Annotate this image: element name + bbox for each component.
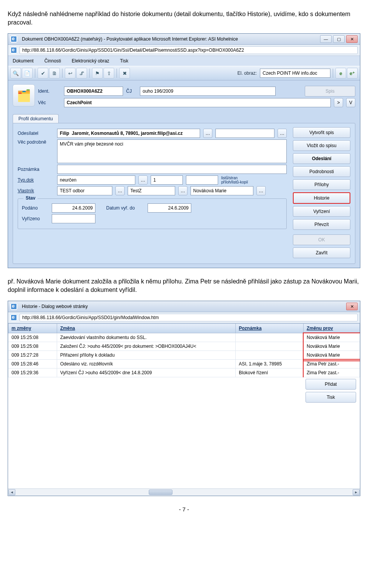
typdok-lookup-button[interactable]: … [138, 175, 148, 185]
history-title: Historie - Dialog webové stránky [20, 304, 346, 309]
odesilatel-lookup-button[interactable]: … [203, 129, 212, 138]
vložit-do-spisu-button[interactable]: Vložit do spisu [293, 140, 350, 151]
toolbar-e-icon[interactable]: e [335, 68, 346, 79]
vec-prev-button[interactable]: > [334, 98, 343, 107]
table-row[interactable]: 009 15:25:08Založení ČJ: >ouho 445/2009<… [8, 342, 360, 351]
převzít-button[interactable]: Převzít [293, 219, 350, 230]
col-time[interactable]: m změny [8, 324, 57, 333]
vlastnik2-input[interactable] [128, 186, 175, 195]
odesilatel-extra-lookup-button[interactable]: … [278, 129, 287, 138]
menu-cinnosti[interactable]: Činnosti [44, 58, 61, 64]
vecpod-label: Věc podrobně [18, 139, 54, 145]
stav-group: Stav Podáno Datum vyř. do Vyřízeno [18, 198, 287, 229]
scroll-right-icon[interactable]: ► [353, 489, 360, 495]
maximize-button[interactable]: ▢ [333, 35, 345, 43]
poznamka-input[interactable] [57, 165, 287, 174]
table-row[interactable]: 009 15:27:28Přiřazení přílohy k dokladuN… [8, 351, 360, 360]
vlastnik1-input[interactable] [57, 186, 112, 195]
toolbar-search-icon[interactable]: 🔍 [10, 68, 21, 79]
table-cell: Nováková Marie [304, 351, 360, 360]
right-button-column: Vytvořit spisVložit do spisuOdesláníPodr… [293, 127, 350, 258]
close-button[interactable]: ✕ [346, 303, 358, 310]
vecpod-textarea[interactable]: MVČR vám přeje bezesné noci [57, 139, 287, 163]
count2-input[interactable] [186, 175, 218, 185]
table-cell: Založení ČJ: >ouho 445/2009< pro dokumen… [57, 342, 236, 351]
vec-v-button[interactable]: V [346, 98, 355, 107]
vytvořit-spis-button[interactable]: Vytvořit spis [293, 127, 350, 138]
stav-legend: Stav [23, 195, 38, 201]
pridat-button[interactable]: Přidat [306, 379, 356, 390]
tisk-button[interactable]: Tisk [306, 392, 356, 403]
vlastnik1-lookup-button[interactable]: … [115, 186, 125, 195]
spis-button[interactable]: Spis [305, 86, 355, 97]
table-cell: Vyřízení ČJ >ouho 445/2009< dne 14.8.200… [57, 369, 236, 377]
url-field[interactable]: http://88.86.118.66/Gordic/Ginis/App/SSD… [20, 314, 358, 321]
toolbar-clip-icon[interactable]: 🖇 [76, 68, 87, 79]
table-row[interactable]: 009 15:29:36Vyřízení ČJ >ouho 445/2009< … [8, 369, 360, 377]
odesilatel-extra-input[interactable] [215, 129, 274, 138]
ident-label: Ident. [38, 88, 61, 94]
close-button[interactable]: ✕ [346, 35, 358, 43]
count-label1: listů/stran [221, 176, 248, 180]
toolbar-check-icon[interactable]: ✔ [38, 68, 48, 79]
table-cell: ASI, 1.máje 3, 78985 [236, 360, 304, 369]
toolbar-export-icon[interactable]: ⇪ [104, 68, 114, 79]
toolbar-new-icon[interactable]: 🗎 [49, 68, 60, 79]
přílohy-button[interactable]: Přílohy [293, 179, 350, 190]
vyrizeno-input[interactable] [52, 214, 95, 223]
cj-label: ČJ [126, 88, 137, 94]
cj-input[interactable] [140, 87, 276, 96]
zavrit-button[interactable]: Zavřít [293, 247, 350, 258]
col-note[interactable]: Poznámka [236, 324, 304, 333]
el-obraz-input[interactable] [260, 69, 330, 78]
url-field[interactable]: http://88.86.118.66/Gordic/Ginis/App/SSD… [20, 46, 358, 54]
intro-paragraph: Když následně nahlédneme například do hi… [8, 10, 360, 26]
toolbar: 🔍 📄 ✔ 🗎 ↩ 🖇 ⚑ ⇪ ✖ El. obraz: e e⁺ [8, 66, 360, 80]
window-title: Dokument OBHOX000A6Z2 (mateřský) - Posky… [20, 36, 320, 42]
toolbar-delete-icon[interactable]: ✖ [119, 68, 130, 79]
table-cell: Blokové řízení [236, 369, 304, 377]
podano-input[interactable] [52, 203, 95, 213]
podrobnosti-button[interactable]: Podrobnosti [293, 166, 350, 177]
historie-button[interactable]: Historie [293, 192, 350, 204]
menu-el-obraz[interactable]: Elektronický obraz [72, 58, 109, 64]
table-cell: 009 15:27:28 [8, 351, 57, 360]
titlebar: Historie - Dialog webové stránky ✕ [8, 301, 360, 312]
document-icon: 🗂️ [13, 84, 35, 106]
col-change[interactable]: Změna [57, 324, 236, 333]
table-row[interactable]: 009 15:28:46Odesláno viz. rozdělovníkASI… [8, 360, 360, 369]
col-user[interactable]: Změnu prov [304, 324, 360, 333]
datumvyr-label: Datum vyř. do [106, 205, 145, 211]
menu-tisk[interactable]: Tisk [120, 58, 128, 64]
address-bar: http://88.86.118.66/Gordic/Ginis/App/SSD… [8, 45, 360, 56]
poznamka-label: Poznámka [18, 167, 54, 172]
table-row[interactable]: 009 15:25:08Zaevidování vlastního dokume… [8, 333, 360, 342]
vlastnik3-input[interactable] [191, 186, 253, 195]
count-label2: příloh/listů-kopií [221, 180, 248, 184]
scroll-left-icon[interactable]: ◄ [8, 489, 15, 495]
vlastnik2-lookup-button[interactable]: … [178, 186, 187, 195]
vyřízení-button[interactable]: Vyřízení [293, 206, 350, 217]
menu-dokument[interactable]: Dokument [13, 58, 34, 64]
minimize-button[interactable]: — [320, 35, 332, 43]
count-input[interactable] [151, 175, 183, 185]
table-cell: Nováková Marie [304, 333, 360, 342]
vlastnik3-lookup-button[interactable]: … [256, 186, 266, 195]
toolbar-e-plus-icon[interactable]: e⁺ [347, 68, 358, 79]
vec-input[interactable] [64, 98, 331, 107]
toolbar-return-icon[interactable]: ↩ [65, 68, 76, 79]
el-obraz-label: El. obraz: [237, 70, 257, 76]
profile-tab[interactable]: Profil dokumentu [13, 114, 59, 123]
odeslání-button[interactable]: Odeslání [293, 153, 350, 164]
odesilatel-input[interactable] [57, 129, 200, 138]
typdok-input[interactable] [57, 175, 135, 185]
table-cell: Odesláno viz. rozdělovník [57, 360, 236, 369]
toolbar-flag-icon[interactable]: ⚑ [92, 68, 103, 79]
horizontal-scrollbar[interactable]: ◄ ► [8, 488, 360, 496]
scroll-thumb[interactable] [149, 490, 172, 495]
ok-button[interactable]: OK [293, 234, 350, 245]
datumvyr-input[interactable] [148, 203, 191, 213]
toolbar-doc-icon[interactable]: 📄 [22, 68, 33, 79]
ident-input[interactable] [64, 87, 123, 96]
document-detail-window: Dokument OBHOX000A6Z2 (mateřský) - Posky… [8, 33, 360, 268]
